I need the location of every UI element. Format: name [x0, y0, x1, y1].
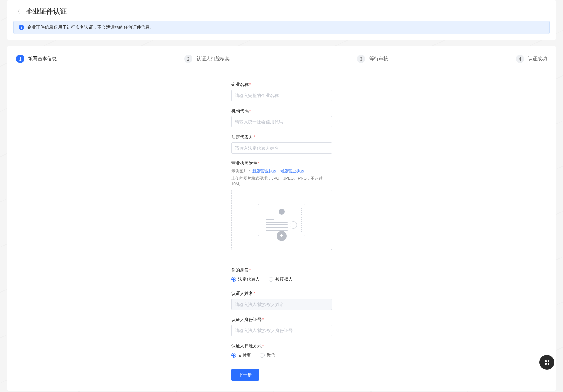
sample-row: 示例图片： 新版营业执照 老版营业执照 — [231, 168, 332, 174]
radio-label: 支付宝 — [238, 352, 251, 358]
radio-icon — [231, 277, 236, 282]
radio-label: 微信 — [267, 352, 275, 358]
step-number: 4 — [516, 55, 524, 63]
license-placeholder-icon: + — [258, 204, 305, 236]
qr-icon — [545, 360, 549, 365]
radio-wechat[interactable]: 微信 — [260, 352, 275, 358]
info-banner: i 企业证件信息仅用于进行实名认证，不会泄漏您的任何证件信息。 — [13, 21, 550, 34]
org-code-input[interactable] — [231, 116, 332, 127]
radio-icon — [260, 353, 265, 358]
step-divider — [393, 59, 511, 59]
step-divider — [61, 59, 180, 59]
field-label: 认证人身份证号* — [231, 317, 332, 323]
field-label: 企业名称* — [231, 82, 332, 88]
radio-authorized-person[interactable]: 被授权人 — [269, 276, 293, 282]
step-success: 4 认证成功 — [516, 55, 547, 63]
field-org-code: 机构代码* — [231, 108, 332, 127]
radio-alipay[interactable]: 支付宝 — [231, 352, 251, 358]
steps: 1 填写基本信息 2 认证人扫脸核实 3 等待审核 4 认证成功 — [16, 55, 547, 63]
radio-label: 被授权人 — [275, 276, 293, 282]
field-label: 营业执照附件* — [231, 160, 332, 166]
field-license-attachment: 营业执照附件* 示例图片： 新版营业执照 老版营业执照 上传的图片格式要求：JP… — [231, 160, 332, 250]
step-fill-basic-info: 1 填写基本信息 — [16, 55, 57, 63]
header-card: 〈 企业证件认证 i 企业证件信息仅用于进行实名认证，不会泄漏您的任何证件信息。 — [7, 0, 556, 40]
qr-fab-button[interactable] — [539, 355, 554, 370]
next-button[interactable]: 下一步 — [231, 369, 259, 381]
company-name-input[interactable] — [231, 90, 332, 101]
field-label: 认证人扫脸方式* — [231, 343, 332, 349]
field-company-name: 企业名称* — [231, 82, 332, 101]
sample-prefix: 示例图片： — [231, 169, 251, 173]
radio-icon — [269, 277, 273, 282]
step-face-verify: 2 认证人扫脸核实 — [184, 55, 230, 63]
field-legal-rep: 法定代表人* — [231, 134, 332, 154]
field-verifier-id: 认证人身份证号* — [231, 317, 332, 336]
field-label: 你的身份* — [231, 267, 332, 273]
info-banner-text: 企业证件信息仅用于进行实名认证，不会泄漏您的任何证件信息。 — [27, 24, 154, 30]
info-icon: i — [19, 25, 24, 30]
legal-rep-input[interactable] — [231, 142, 332, 154]
upload-hint: 上传的图片格式要求：JPG、JPEG、PNG，不超过10M。 — [231, 175, 332, 187]
field-label: 认证人姓名* — [231, 290, 332, 297]
step-label: 等待审核 — [369, 56, 388, 62]
form-card: 1 填写基本信息 2 认证人扫脸核实 3 等待审核 4 认证成功 企业名 — [7, 46, 556, 391]
step-number: 3 — [357, 55, 365, 63]
verifier-id-input[interactable] — [231, 325, 332, 336]
step-await-review: 3 等待审核 — [357, 55, 388, 63]
step-number: 1 — [16, 55, 24, 63]
back-icon[interactable]: 〈 — [13, 7, 22, 16]
step-label: 填写基本信息 — [28, 56, 57, 62]
upload-box[interactable]: + — [231, 190, 332, 250]
radio-icon — [231, 353, 236, 358]
field-label: 法定代表人* — [231, 134, 332, 140]
step-number: 2 — [184, 55, 192, 63]
radio-label: 法定代表人 — [238, 276, 260, 282]
field-label: 机构代码* — [231, 108, 332, 114]
upload-plus-icon: + — [277, 231, 287, 241]
radio-legal-rep[interactable]: 法定代表人 — [231, 276, 260, 282]
verifier-name-input[interactable] — [231, 299, 332, 310]
step-divider — [234, 59, 353, 59]
step-label: 认证人扫脸核实 — [197, 56, 230, 62]
form-body: 企业名称* 机构代码* 法定代表人* 营业执照附件* — [231, 82, 332, 381]
field-identity: 你的身份* 法定代表人 被授权人 — [231, 267, 332, 284]
sample-new-license-link[interactable]: 新版营业执照 — [252, 169, 277, 173]
field-verifier-name: 认证人姓名* — [231, 290, 332, 310]
page-title: 企业证件认证 — [26, 7, 67, 16]
field-scan-method: 认证人扫脸方式* 支付宝 微信 — [231, 343, 332, 360]
step-label: 认证成功 — [528, 56, 547, 62]
sample-old-license-link[interactable]: 老版营业执照 — [280, 169, 305, 173]
